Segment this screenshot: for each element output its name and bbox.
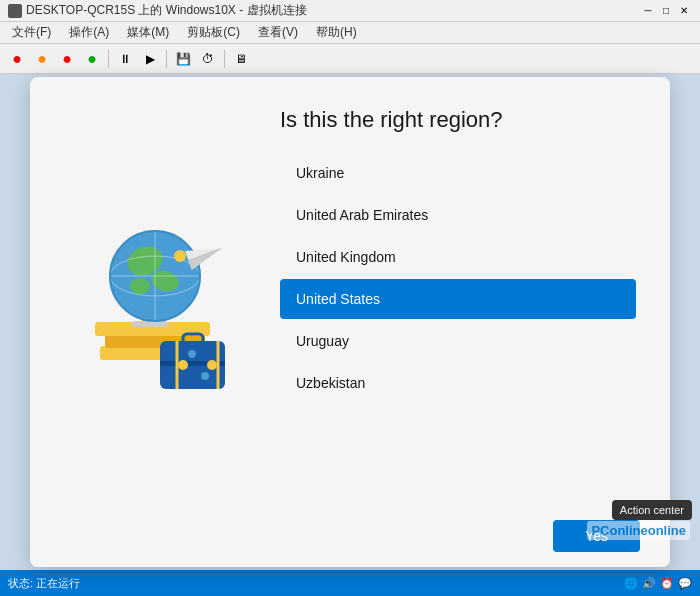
- region-uruguay[interactable]: Uruguay: [280, 321, 636, 361]
- tool-stop[interactable]: ●: [56, 48, 78, 70]
- toolbar-separator-2: [166, 50, 167, 68]
- svg-point-8: [130, 278, 150, 294]
- tool-screen[interactable]: 🖥: [230, 48, 252, 70]
- tool-save[interactable]: 💾: [172, 48, 194, 70]
- svg-point-21: [207, 360, 217, 370]
- svg-point-25: [201, 372, 209, 380]
- menu-help[interactable]: 帮助(H): [308, 22, 365, 43]
- menu-bar: 文件(F) 操作(A) 媒体(M) 剪贴板(C) 查看(V) 帮助(H): [0, 22, 700, 44]
- region-ukraine[interactable]: Ukraine: [280, 153, 636, 193]
- tool-play2[interactable]: ▶: [139, 48, 161, 70]
- restore-button[interactable]: □: [658, 3, 674, 19]
- menu-file[interactable]: 文件(F): [4, 22, 59, 43]
- title-bar-icon: [8, 4, 22, 18]
- dialog-footer: Yes: [30, 505, 670, 567]
- network-icon: 🌐: [624, 577, 638, 590]
- status-right: 🌐 🔊 ⏰ 💬: [624, 577, 692, 590]
- clock: ⏰: [660, 577, 674, 590]
- minimize-button[interactable]: ─: [640, 3, 656, 19]
- action-center-icon[interactable]: 💬: [678, 577, 692, 590]
- tool-clock[interactable]: ⏱: [197, 48, 219, 70]
- menu-action[interactable]: 操作(A): [61, 22, 117, 43]
- toolbar-separator-1: [108, 50, 109, 68]
- region-list[interactable]: Ukraine United Arab Emirates United King…: [280, 153, 640, 485]
- watermark: PConlineonline: [587, 521, 690, 540]
- tool-pause[interactable]: ●: [31, 48, 53, 70]
- region-us[interactable]: United States: [280, 279, 636, 319]
- tool-pause2[interactable]: ⏸: [114, 48, 136, 70]
- menu-clipboard[interactable]: 剪贴板(C): [179, 22, 248, 43]
- dialog: Is this the right region? Ukraine United…: [30, 77, 670, 567]
- title-bar-text: DESKTOP-QCR15S 上的 Windows10X - 虚拟机连接: [26, 2, 307, 19]
- status-bar: 状态: 正在运行 🌐 🔊 ⏰ 💬: [0, 570, 700, 596]
- menu-media[interactable]: 媒体(M): [119, 22, 177, 43]
- status-text: 状态: 正在运行: [8, 576, 80, 591]
- tool-green[interactable]: ●: [81, 48, 103, 70]
- sound-icon: 🔊: [642, 577, 656, 590]
- toolbar-separator-3: [224, 50, 225, 68]
- region-uzbekistan[interactable]: Uzbekistan: [280, 363, 636, 403]
- region-uae[interactable]: United Arab Emirates: [280, 195, 636, 235]
- region-list-container: Ukraine United Arab Emirates United King…: [280, 153, 640, 485]
- right-panel: Is this the right region? Ukraine United…: [260, 97, 640, 485]
- action-center-tooltip: Action center: [612, 500, 692, 520]
- title-bar: DESKTOP-QCR15S 上的 Windows10X - 虚拟机连接 ─ □…: [0, 0, 700, 22]
- dialog-title: Is this the right region?: [280, 107, 640, 133]
- toolbar: ● ● ● ● ⏸ ▶ 💾 ⏱ 🖥: [0, 44, 700, 74]
- menu-view[interactable]: 查看(V): [250, 22, 306, 43]
- svg-point-24: [188, 350, 196, 358]
- svg-point-13: [174, 250, 186, 262]
- main-area: Is this the right region? Ukraine United…: [0, 74, 700, 570]
- illustration: [60, 97, 260, 485]
- close-button[interactable]: ✕: [676, 3, 692, 19]
- svg-point-20: [178, 360, 188, 370]
- tool-play[interactable]: ●: [6, 48, 28, 70]
- svg-rect-4: [132, 321, 168, 327]
- region-uk[interactable]: United Kingdom: [280, 237, 636, 277]
